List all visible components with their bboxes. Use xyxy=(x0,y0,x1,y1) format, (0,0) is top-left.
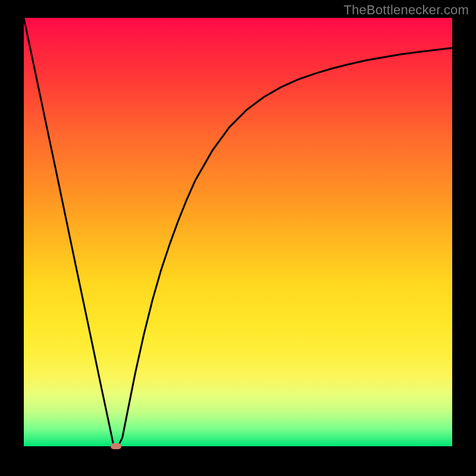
attribution-text: TheBottlenecker.com xyxy=(344,2,469,18)
plot-area xyxy=(24,18,452,446)
optimum-marker xyxy=(111,443,121,449)
chart-frame: TheBottlenecker.com xyxy=(0,0,476,476)
bottleneck-curve xyxy=(24,18,452,446)
curve-svg xyxy=(24,18,452,446)
